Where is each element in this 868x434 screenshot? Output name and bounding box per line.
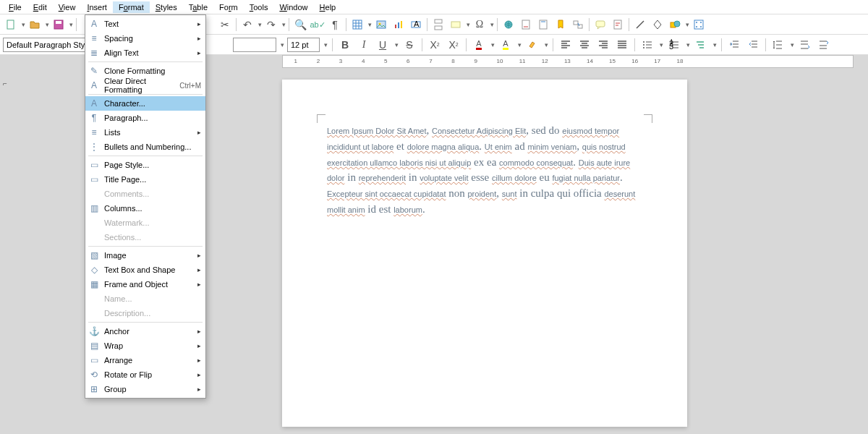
format-menu-page-style[interactable]: ▭Page Style...	[85, 158, 205, 172]
image-icon[interactable]	[373, 17, 389, 33]
comment-icon[interactable]	[592, 17, 608, 33]
menu-item-icon	[88, 293, 100, 305]
pilcrow-icon[interactable]: ¶	[327, 17, 343, 33]
menu-form[interactable]: Form	[213, 1, 244, 13]
line-icon[interactable]	[632, 17, 648, 33]
menu-window[interactable]: Window	[273, 1, 313, 13]
format-menu-columns[interactable]: ▥Columns...	[85, 201, 205, 216]
document-page[interactable]: Lorem Ipsum Dolor Sit Amet, Consectetur …	[282, 80, 687, 427]
format-menu-clear-direct-formatting[interactable]: AClear Direct FormattingCtrl+M	[85, 78, 205, 93]
char-highlight-button[interactable]	[524, 37, 540, 53]
font-name-select[interactable]	[233, 38, 276, 52]
endnote-icon[interactable]	[535, 17, 551, 33]
format-menu-anchor[interactable]: ⚓Anchor▸	[85, 324, 205, 339]
format-menu-text[interactable]: AText▸	[85, 17, 205, 31]
menu-insert[interactable]: Insert	[81, 1, 113, 13]
horizontal-ruler[interactable]: 123456789101112131415161718	[282, 55, 854, 68]
format-menu-lists[interactable]: ≡Lists▸	[85, 125, 205, 140]
bold-button[interactable]: B	[337, 37, 353, 53]
format-menu-spacing[interactable]: ≡Spacing▸	[85, 31, 205, 46]
chart-icon[interactable]	[391, 17, 407, 33]
document-body-text[interactable]: Lorem Ipsum Dolor Sit Amet, Consectetur …	[282, 80, 687, 232]
format-menu-group[interactable]: ⊞Group▸	[85, 382, 205, 396]
align-left-button[interactable]	[558, 37, 574, 53]
format-menu-bullets-and-numbering[interactable]: ⋮Bullets and Numbering...	[85, 140, 205, 154]
svg-rect-18	[435, 26, 442, 30]
basic-shapes-icon[interactable]	[667, 17, 683, 33]
new-doc-dropdown-icon[interactable]: ▾	[22, 21, 25, 28]
decrease-para-button[interactable]	[816, 37, 832, 53]
increase-para-button[interactable]	[797, 37, 813, 53]
symbol-icon[interactable]: Ω	[472, 17, 488, 33]
menu-view[interactable]: View	[53, 1, 82, 13]
font-size-select[interactable]: 12 pt	[287, 38, 320, 52]
footnote-icon[interactable]	[518, 17, 534, 33]
line-spacing-button[interactable]	[770, 37, 786, 53]
menu-item-icon	[88, 307, 100, 319]
font-name-dropdown-icon[interactable]: ▾	[281, 41, 284, 48]
find-icon[interactable]: 🔍	[292, 17, 308, 33]
cross-ref-icon[interactable]	[570, 17, 586, 33]
format-menu-title-page[interactable]: ▭Title Page...	[85, 172, 205, 187]
align-right-button[interactable]	[595, 37, 611, 53]
menu-table[interactable]: Table	[183, 1, 213, 13]
outline-button[interactable]	[693, 37, 709, 53]
align-justify-button[interactable]	[614, 37, 630, 53]
increase-indent-button[interactable]	[726, 37, 742, 53]
subscript-button[interactable]: X2	[446, 37, 461, 53]
save-dropdown-icon[interactable]: ▾	[69, 21, 73, 28]
menu-item-label: Description...	[104, 309, 201, 318]
format-menu-rotate-or-flip[interactable]: ⟲Rotate or Flip▸	[85, 367, 205, 382]
open-icon[interactable]	[27, 17, 43, 33]
ruler-tick: 18	[676, 58, 683, 64]
cut-icon[interactable]: ✂	[217, 17, 233, 33]
menu-edit[interactable]: Edit	[27, 1, 53, 13]
format-menu-frame-and-object[interactable]: ▦Frame and Object▸	[85, 277, 205, 292]
menu-item-label: Text	[104, 20, 193, 28]
bullet-list-button[interactable]	[639, 37, 655, 53]
number-list-button[interactable]: 123	[666, 37, 682, 53]
menu-format[interactable]: Format	[113, 1, 150, 13]
bookmark-icon[interactable]	[553, 17, 569, 33]
spellcheck-icon[interactable]: ab✓	[310, 17, 326, 33]
hyperlink-icon[interactable]	[501, 17, 516, 33]
draw-icon[interactable]	[691, 17, 707, 33]
undo-icon[interactable]: ↶	[239, 17, 255, 33]
submenu-arrow-icon: ▸	[197, 371, 201, 378]
redo-icon[interactable]: ↷	[263, 17, 279, 33]
open-dropdown-icon[interactable]: ▾	[46, 21, 49, 28]
track-changes-icon[interactable]	[610, 17, 626, 33]
menu-tools[interactable]: Tools	[244, 1, 274, 13]
save-icon[interactable]	[51, 17, 67, 33]
highlight-button[interactable]: A	[498, 37, 514, 53]
format-menu-character[interactable]: ACharacter...	[85, 96, 205, 111]
svg-text:A: A	[414, 20, 420, 28]
menu-file[interactable]: File	[3, 1, 27, 13]
decrease-indent-button[interactable]	[745, 37, 761, 53]
format-menu-wrap[interactable]: ▤Wrap▸	[85, 339, 205, 353]
menu-item-label: Spacing	[104, 34, 193, 43]
align-center-button[interactable]	[576, 37, 592, 53]
menu-styles[interactable]: Styles	[150, 1, 183, 13]
svg-point-3	[643, 41, 644, 43]
textbox-icon[interactable]: A	[408, 17, 424, 33]
format-menu-image[interactable]: ▧Image▸	[85, 248, 205, 263]
table-icon[interactable]	[349, 17, 365, 33]
superscript-button[interactable]: X2	[427, 37, 443, 53]
underline-button[interactable]: U	[375, 37, 391, 53]
italic-button[interactable]: I	[356, 37, 372, 53]
format-menu-align-text[interactable]: ≣Align Text▸	[85, 46, 205, 60]
paragraph-style-select[interactable]: Default Paragraph Style	[3, 38, 97, 52]
field-icon[interactable]	[448, 17, 464, 33]
font-color-button[interactable]: A	[471, 37, 487, 53]
format-menu-paragraph[interactable]: ¶Paragraph...	[85, 111, 205, 125]
font-size-dropdown-icon[interactable]: ▾	[324, 41, 328, 48]
strikethrough-button[interactable]: S	[401, 37, 417, 53]
format-menu-clone-formatting[interactable]: ✎Clone Formatting	[85, 64, 205, 78]
menu-help[interactable]: Help	[314, 1, 342, 13]
diamond-icon[interactable]	[650, 17, 665, 33]
format-menu-text-box-and-shape[interactable]: ◇Text Box and Shape▸	[85, 263, 205, 277]
page-break-icon[interactable]	[430, 17, 446, 33]
format-menu-arrange[interactable]: ▭Arrange▸	[85, 353, 205, 367]
new-doc-icon[interactable]	[3, 17, 19, 33]
